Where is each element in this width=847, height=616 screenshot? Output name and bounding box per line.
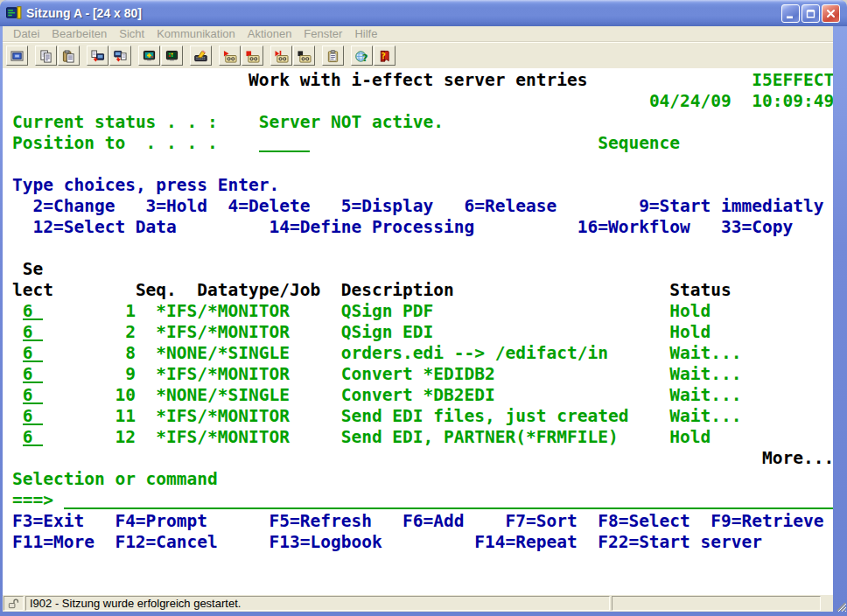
select-input[interactable]: 6 xyxy=(23,364,43,383)
screen-text: 9=Start immediatly xyxy=(639,196,823,217)
receive-file-icon xyxy=(113,50,128,63)
toolbar: ?? xyxy=(3,42,833,68)
screen-text: orders.edi --> /edifact/in xyxy=(341,343,608,364)
close-button[interactable] xyxy=(822,4,840,23)
screen-text: 12 xyxy=(115,427,135,448)
screen-text: lect xyxy=(12,280,53,301)
screen-text: Send EDI files, just created xyxy=(341,406,629,427)
screen-text: F8=Select xyxy=(598,511,690,532)
screen-text: 2 xyxy=(115,322,135,343)
macro-play-button[interactable] xyxy=(219,46,241,66)
svg-text:?: ? xyxy=(362,52,368,62)
screen-text: *NONE/*SINGLE xyxy=(156,385,290,406)
screen-text: *IFS/*MONITOR xyxy=(156,406,290,427)
help-globe-button[interactable]: ? xyxy=(351,46,373,66)
screen-text: 3=Hold xyxy=(146,196,207,217)
screen-text: 6=Release xyxy=(465,196,557,217)
screen-text: 11 xyxy=(115,406,135,427)
maximize-button[interactable] xyxy=(802,4,820,23)
help-book-button[interactable]: ? xyxy=(374,46,396,66)
resize-grip[interactable] xyxy=(835,599,846,611)
macro-stop-button[interactable] xyxy=(242,46,263,66)
screen-text: Send EDI, PARTNER(*FRMFILE) xyxy=(341,427,619,448)
menu-item-bearbeiten[interactable]: Bearbeiten xyxy=(46,27,113,40)
macro-step-icon xyxy=(274,50,289,63)
select-input[interactable]: 6 xyxy=(23,322,43,341)
color-setup-button[interactable] xyxy=(161,46,183,66)
screen-text: Position to . . . . xyxy=(12,133,218,154)
screen-text: Wait... xyxy=(669,364,741,385)
macro-stop-icon xyxy=(245,50,260,63)
menu-item-hilfe[interactable]: Hilfe xyxy=(348,27,383,40)
screen-text: 33=Copy xyxy=(721,217,793,238)
screen-text: F3=Exit xyxy=(12,511,84,532)
display-setup-button[interactable] xyxy=(138,46,160,66)
command-input[interactable] xyxy=(64,490,833,509)
screen-text: Datatype/Job xyxy=(197,280,320,301)
screen-text: F7=Sort xyxy=(506,511,578,532)
screen-text: *IFS/*MONITOR xyxy=(156,301,290,322)
receive-file-button[interactable] xyxy=(109,46,131,66)
paste-icon xyxy=(61,50,76,63)
toolbar-group xyxy=(270,46,315,66)
copy-icon xyxy=(38,50,53,63)
display-setup-icon xyxy=(142,50,157,63)
screen-text: F14=Repeat xyxy=(474,532,577,553)
screen-text: 5=Display xyxy=(341,196,434,217)
macro-record-button[interactable] xyxy=(293,46,315,66)
application-window: Sitzung A - [24 x 80] DateiBearbeitenSic… xyxy=(0,0,847,616)
screen-text: 4=Delete xyxy=(228,196,311,217)
copy-button[interactable] xyxy=(35,46,57,66)
position-to-input[interactable] xyxy=(259,133,311,152)
toolbar-group xyxy=(87,46,131,66)
screen-text: Convert *DB2EDI xyxy=(341,385,495,406)
color-setup-icon xyxy=(164,50,179,63)
menu-item-sicht[interactable]: Sicht xyxy=(113,27,150,40)
select-input[interactable]: 6 xyxy=(23,406,43,425)
screen-text: Se xyxy=(23,259,43,280)
title-bar[interactable]: Sitzung A - [24 x 80] xyxy=(0,0,847,26)
keyboard-setup-button[interactable] xyxy=(190,46,212,66)
paste-button[interactable] xyxy=(58,46,80,66)
screen-text: Convert *EDIDB2 xyxy=(341,364,495,385)
menu-item-fenster[interactable]: Fenster xyxy=(298,27,348,40)
minimize-icon xyxy=(784,7,797,20)
screen-text: F6=Add xyxy=(402,511,464,532)
select-input[interactable]: 6 xyxy=(23,427,43,446)
help-globe-icon: ? xyxy=(354,50,369,63)
select-input[interactable]: 6 xyxy=(23,301,43,320)
send-file-icon xyxy=(90,50,105,63)
capture-icon xyxy=(10,50,24,63)
screen-text: Hold xyxy=(669,322,710,343)
send-file-button[interactable] xyxy=(87,46,108,66)
menu-item-datei[interactable]: Datei xyxy=(7,27,46,40)
macro-step-button[interactable] xyxy=(270,46,292,66)
help-book-icon: ? xyxy=(377,50,392,63)
terminal-screen[interactable]: Work with i-effect server entriesI5EFFEC… xyxy=(3,68,833,595)
screen-text: F9=Retrieve xyxy=(710,511,823,532)
screen-title: Work with i-effect server entries xyxy=(248,70,587,91)
select-input[interactable]: 6 xyxy=(23,385,43,404)
screen-text: 10 xyxy=(115,385,135,406)
screen-text: *IFS/*MONITOR xyxy=(156,427,290,448)
screen-text: 2=Change xyxy=(32,196,115,217)
screen-text: F12=Cancel xyxy=(115,532,217,553)
clipboard-button[interactable] xyxy=(322,46,344,66)
minimize-button[interactable] xyxy=(781,4,800,23)
menu-item-aktionen[interactable]: Aktionen xyxy=(242,27,298,40)
screen-text: F11=More xyxy=(12,532,94,553)
screen-text: 12=Select Data xyxy=(32,217,176,238)
status-spare-cell xyxy=(612,596,821,611)
date-time: 04/24/09 10:09:49 xyxy=(649,91,833,112)
menu-bar: DateiBearbeitenSichtKommunikationAktione… xyxy=(3,26,833,42)
select-input[interactable]: 6 xyxy=(23,343,43,362)
clipboard-icon xyxy=(326,50,340,63)
toolbar-group: ?? xyxy=(351,46,396,66)
toolbar-group xyxy=(219,46,263,66)
session-app-icon xyxy=(6,5,22,21)
menu-item-kommunikation[interactable]: Kommunikation xyxy=(150,27,242,40)
screen-text: 14=Define Processing xyxy=(269,217,474,238)
security-indicator xyxy=(4,596,24,611)
screen-text: Status xyxy=(669,280,731,301)
capture-button[interactable] xyxy=(6,46,28,66)
